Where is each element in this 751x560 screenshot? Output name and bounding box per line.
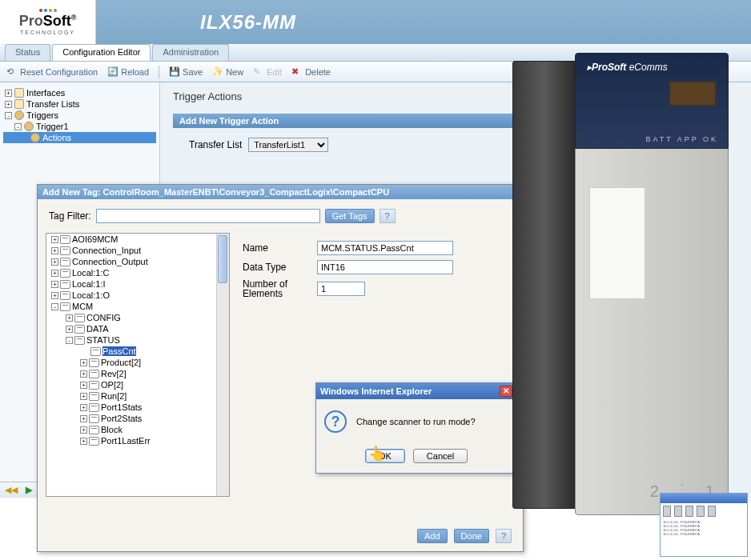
reset-config-button[interactable]: ⟲Reset Configuration (6, 66, 98, 78)
tag-tree[interactable]: +AOI69MCM+Connection_Input+Connection_Ou… (46, 233, 230, 497)
done-button[interactable]: Done (454, 529, 489, 543)
add-tag-title: Add New Tag: ControlRoom_MasterENBT\Conv… (38, 185, 523, 199)
transfer-list-label: Transfer List (189, 139, 242, 150)
elements-input[interactable] (317, 282, 365, 296)
tag-tree-node[interactable]: +Local:1:C (46, 267, 229, 278)
delete-icon: ✖ (291, 66, 303, 78)
tag-tree-node[interactable]: PassCnt (46, 346, 229, 357)
tag-tree-node[interactable]: +AOI69MCM (46, 234, 229, 245)
tag-tree-node[interactable]: +CONFIG (46, 312, 229, 323)
reload-icon: 🔄 (107, 66, 118, 78)
tag-filter-input[interactable] (96, 209, 320, 223)
app-header: ProSoft® TECHNOLOGY ILX56-MM (0, 0, 751, 44)
tree-actions[interactable]: Actions (3, 132, 156, 143)
save-button[interactable]: 💾Save (169, 66, 203, 78)
tag-tree-node[interactable]: +Local:1:I (46, 278, 229, 290)
close-icon[interactable]: ✕ (500, 386, 512, 397)
logo: ProSoft® TECHNOLOGY (0, 0, 96, 44)
add-button[interactable]: Add (417, 529, 448, 543)
save-icon: 💾 (169, 66, 180, 78)
tag-tree-node[interactable]: +Port2Stats (46, 413, 229, 424)
tag-tree-node[interactable]: -MCM (46, 301, 229, 312)
logo-reg: ® (71, 14, 77, 22)
tree-trigger1[interactable]: -Trigger1 (3, 121, 156, 132)
logo-text-a: Pro (19, 13, 43, 29)
tag-tree-node[interactable]: +Port1LastErr (46, 435, 229, 446)
tag-tree-node[interactable]: +Run[2] (46, 390, 229, 402)
new-button[interactable]: ✨New (212, 66, 243, 78)
logo-sub: TECHNOLOGY (20, 30, 75, 35)
tag-filter-label: Tag Filter: (49, 210, 91, 222)
tree-interfaces[interactable]: +Interfaces (3, 87, 156, 98)
subpanel-header: Add New Trigger Action (173, 114, 517, 128)
tab-administration[interactable]: Administration (152, 44, 229, 61)
ok-button[interactable]: OK (365, 449, 405, 463)
tab-config-editor[interactable]: Configuration Editor (52, 44, 151, 61)
tag-tree-node[interactable]: +Block (46, 424, 229, 435)
app-title: ILX56-MM (200, 11, 296, 34)
nav-prev-icon[interactable]: ◀◀ (5, 485, 18, 495)
logo-text-b: Soft (43, 13, 71, 29)
get-tags-button[interactable]: Get Tags (325, 209, 375, 223)
datatype-label: Data Type (243, 262, 311, 273)
tag-tree-node[interactable]: +Connection_Output (46, 256, 229, 267)
tag-tree-node[interactable]: +Product[2] (46, 357, 229, 368)
ie-message: Change scanner to run mode? (356, 417, 476, 426)
scrollbar[interactable] (216, 234, 229, 496)
cancel-button[interactable]: Cancel (413, 449, 468, 463)
tag-tree-node[interactable]: +Connection_Input (46, 245, 229, 256)
tag-tree-node[interactable]: +Local:1:O (46, 290, 229, 301)
name-label: Name (243, 242, 311, 254)
tag-tree-node[interactable]: +Rev[2] (46, 368, 229, 379)
thumbnail-window: 10.1.4.241, 1756-ENBT/A10.1.4.241, 1756-… (660, 493, 748, 557)
tag-tree-node[interactable]: +DATA (46, 323, 229, 334)
transfer-list-select[interactable]: TransferList1 (248, 138, 328, 152)
tag-tree-node[interactable]: +OP[2] (46, 379, 229, 390)
tree-transfer-lists[interactable]: +Transfer Lists (3, 98, 156, 110)
tab-status[interactable]: Status (5, 44, 50, 61)
new-icon: ✨ (212, 66, 223, 78)
reset-icon: ⟲ (6, 66, 18, 78)
help-button-2[interactable]: ? (496, 529, 512, 543)
delete-button[interactable]: ✖Delete (291, 66, 331, 78)
question-icon: ? (324, 410, 347, 433)
add-tag-dialog: Add New Tag: ControlRoom_MasterENBT\Conv… (37, 184, 524, 552)
plc-module-photo: ▸ProSoft eComms BATT APP OK 21 (512, 53, 729, 517)
elements-label: Number of Elements (243, 279, 311, 298)
datatype-input[interactable] (317, 260, 453, 274)
tree-triggers[interactable]: -Triggers (3, 110, 156, 121)
help-button[interactable]: ? (380, 209, 396, 223)
reload-button[interactable]: 🔄Reload (107, 66, 149, 78)
edit-button[interactable]: ✎Edit (253, 66, 282, 78)
name-input[interactable] (317, 241, 453, 255)
tag-tree-node[interactable]: -STATUS (46, 334, 229, 346)
tag-tree-node[interactable]: +Port1Stats (46, 402, 229, 413)
ie-title: Windows Internet Explorer (320, 386, 432, 396)
ie-confirm-dialog: Windows Internet Explorer ✕ ? Change sca… (315, 382, 517, 474)
edit-icon: ✎ (253, 66, 264, 78)
play-icon[interactable]: ▶ (26, 485, 32, 495)
